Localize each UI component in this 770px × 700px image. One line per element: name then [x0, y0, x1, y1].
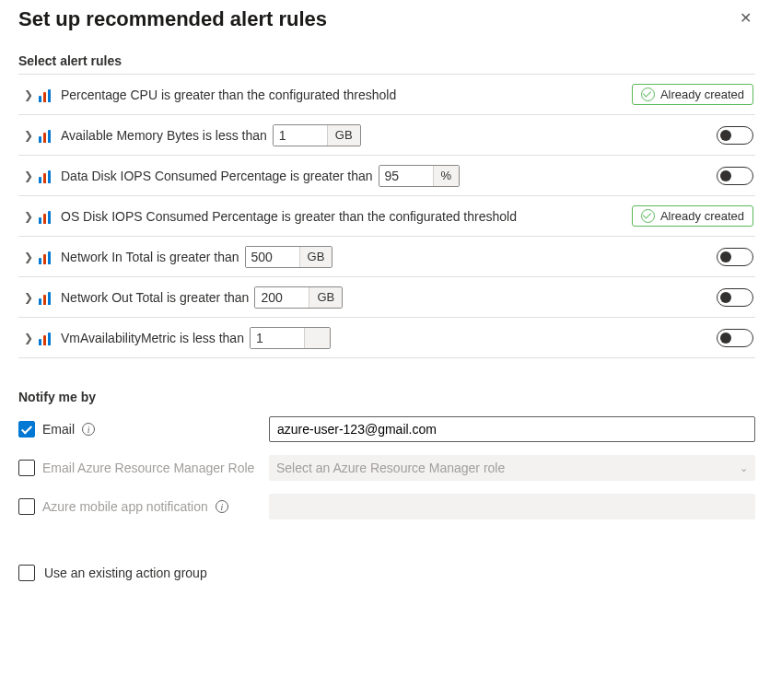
threshold-input-group: GB	[245, 246, 333, 268]
rule-row: ❯ Available Memory Bytes is less than GB	[18, 115, 755, 156]
threshold-value-input[interactable]	[255, 287, 309, 308]
metric-icon	[39, 88, 55, 102]
rule-row: ❯ OS Disk IOPS Consumed Percentage is gr…	[18, 196, 755, 237]
chevron-down-icon: ⌄	[740, 462, 748, 474]
metric-icon	[39, 169, 55, 183]
mobile-checkbox[interactable]	[18, 498, 35, 515]
check-circle-icon	[641, 88, 655, 101]
info-icon[interactable]: i	[216, 500, 228, 513]
arm-role-select[interactable]: Select an Azure Resource Manager role ⌄	[269, 455, 755, 481]
rule-label: Network Out Total is greater than	[61, 290, 249, 305]
rule-enable-toggle[interactable]	[717, 329, 753, 347]
rule-label: Data Disk IOPS Consumed Percentage is gr…	[61, 169, 373, 183]
threshold-unit	[304, 328, 330, 348]
section-heading-notify: Notify me by	[18, 390, 755, 404]
rule-label: Percentage CPU is greater than the confi…	[61, 88, 396, 102]
rule-row: ❯ Percentage CPU is greater than the con…	[18, 75, 755, 115]
rule-enable-toggle[interactable]	[717, 288, 753, 307]
already-created-badge: Already created	[632, 205, 753, 227]
mobile-input-disabled	[269, 494, 755, 519]
section-heading-rules: Select alert rules	[18, 53, 755, 68]
chevron-right-icon[interactable]: ❯	[20, 251, 37, 263]
threshold-unit: GB	[299, 247, 332, 267]
notify-mobile-row: Azure mobile app notification i	[18, 493, 755, 520]
chevron-right-icon[interactable]: ❯	[20, 210, 37, 223]
chevron-right-icon[interactable]: ❯	[20, 169, 37, 182]
rule-row: ❯ Network Out Total is greater than GB	[18, 277, 755, 318]
close-icon[interactable]: ✕	[736, 7, 755, 29]
threshold-input-group: GB	[254, 286, 343, 309]
metric-icon	[39, 250, 55, 264]
rule-label: Network In Total is greater than	[61, 250, 239, 264]
rule-label: Available Memory Bytes is less than	[61, 128, 267, 143]
action-group-row: Use an existing action group	[18, 565, 755, 581]
rules-list: ❯ Percentage CPU is greater than the con…	[18, 74, 755, 358]
threshold-input-group: %	[379, 165, 461, 187]
arm-role-placeholder: Select an Azure Resource Manager role	[276, 461, 505, 475]
threshold-unit: %	[433, 166, 460, 186]
metric-icon	[39, 331, 55, 345]
info-icon[interactable]: i	[82, 423, 95, 436]
threshold-value-input[interactable]	[379, 166, 433, 186]
notify-email-row: Email i	[18, 415, 755, 443]
check-circle-icon	[641, 209, 655, 223]
chevron-right-icon[interactable]: ❯	[20, 332, 37, 344]
threshold-value-input[interactable]	[274, 125, 327, 146]
email-input[interactable]	[269, 416, 755, 442]
rule-label: VmAvailabilityMetric is less than	[61, 331, 244, 345]
panel-title: Set up recommended alert rules	[18, 7, 327, 31]
already-created-badge: Already created	[632, 84, 753, 105]
threshold-unit: GB	[309, 287, 342, 308]
threshold-input-group: GB	[273, 124, 361, 146]
badge-text: Already created	[660, 209, 744, 223]
mobile-label: Azure mobile app notification	[42, 499, 208, 514]
metric-icon	[39, 209, 55, 224]
email-checkbox[interactable]	[18, 421, 35, 438]
rule-enable-toggle[interactable]	[717, 248, 753, 266]
threshold-input-group	[250, 327, 331, 349]
arm-role-checkbox[interactable]	[18, 460, 35, 476]
action-group-checkbox[interactable]	[18, 565, 35, 581]
email-label: Email	[42, 422, 75, 437]
rule-enable-toggle[interactable]	[717, 167, 753, 185]
notify-arm-role-row: Email Azure Resource Manager Role Select…	[18, 454, 755, 482]
action-group-label: Use an existing action group	[44, 566, 207, 580]
metric-icon	[39, 128, 55, 143]
rule-label: OS Disk IOPS Consumed Percentage is grea…	[61, 209, 517, 224]
rule-row: ❯ Data Disk IOPS Consumed Percentage is …	[18, 156, 755, 196]
rule-enable-toggle[interactable]	[717, 126, 753, 145]
arm-role-label: Email Azure Resource Manager Role	[42, 461, 254, 475]
metric-icon	[39, 290, 55, 305]
badge-text: Already created	[660, 88, 744, 101]
threshold-unit: GB	[327, 125, 360, 146]
rule-row: ❯ VmAvailabilityMetric is less than	[18, 318, 755, 358]
chevron-right-icon[interactable]: ❯	[20, 88, 37, 101]
threshold-value-input[interactable]	[251, 328, 304, 348]
chevron-right-icon[interactable]: ❯	[20, 291, 37, 304]
chevron-right-icon[interactable]: ❯	[20, 129, 37, 142]
threshold-value-input[interactable]	[246, 247, 299, 267]
rule-row: ❯ Network In Total is greater than GB	[18, 237, 755, 277]
